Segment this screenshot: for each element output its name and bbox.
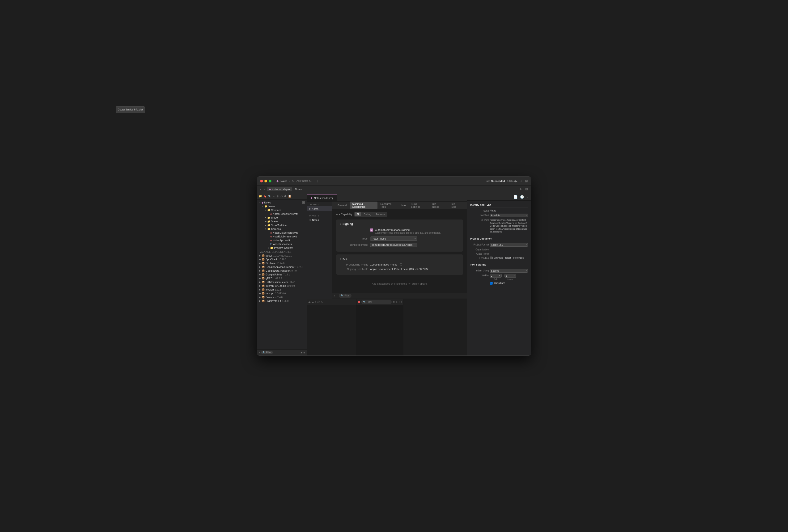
tab-build-settings[interactable]: Build Settings xyxy=(409,201,428,209)
auto-manage-checkbox[interactable]: ✓ xyxy=(370,229,373,232)
sidebar-item-assets[interactable]: ⬡ Assets.xcassets xyxy=(257,242,307,246)
tab-general[interactable]: General xyxy=(335,203,349,208)
sidebar-history-btn[interactable]: ⊟ xyxy=(303,351,305,354)
sidebar-item-pkg-appcheck[interactable]: ▶ 📦 AppCheck 10.19.0 xyxy=(257,257,307,261)
file-tooltip: GoogleService-Info.plist xyxy=(116,106,145,113)
insp-indent-using-dropdown[interactable]: Spaces ▾ xyxy=(490,269,528,273)
sidebar-search-btn[interactable]: 🔍 xyxy=(268,195,272,198)
close-button[interactable] xyxy=(260,180,263,182)
signing-cert-row: Signing Certificate Apple Development: P… xyxy=(340,268,459,271)
bm-delete[interactable]: 🗑 xyxy=(393,301,395,303)
sidebar-item-pkg-abseil[interactable]: ▶ 📦 abseil 1.20240116011.1 xyxy=(257,254,307,257)
sidebar-item-notes-root[interactable]: ▾ ◆ Notes M xyxy=(257,201,307,204)
prov-info-icon[interactable]: ⓘ xyxy=(400,263,402,266)
sidebar-warning-btn[interactable]: ⚠ xyxy=(273,195,275,198)
sidebar-filter-pill[interactable]: 🔍 Filter xyxy=(261,351,273,354)
insp-indent-stepper[interactable]: ⬆ xyxy=(513,275,515,277)
insp-help-btn[interactable]: ? xyxy=(527,195,528,199)
forward-button[interactable]: › xyxy=(263,187,266,192)
sidebar-toggle-button[interactable]: ☰ xyxy=(273,179,276,183)
insp-projformat-dropdown[interactable]: Xcode 14.0 ▾ xyxy=(490,243,528,247)
cap-add-btn[interactable]: + xyxy=(334,294,335,297)
insp-tab-field[interactable]: 2 ⬆ xyxy=(490,274,501,278)
bl-options[interactable]: ▾ xyxy=(315,300,316,303)
insp-indent-field[interactable]: 2 ⬆ xyxy=(505,274,516,278)
ftab-release[interactable]: Release xyxy=(374,212,387,216)
zoom-button[interactable] xyxy=(269,180,272,182)
sidebar-report-btn[interactable]: 📋 xyxy=(288,195,291,198)
breadcrumb-file[interactable]: ◆ Notes.xcodeproj xyxy=(267,187,293,191)
sidebar-options-btn[interactable]: ⊞ xyxy=(300,351,302,354)
sidebar-item-viewmodifiers[interactable]: ▶ 📁 ViewModifiers xyxy=(257,223,307,227)
insp-history-btn[interactable]: 🕐 xyxy=(520,195,524,199)
breadcrumb-sep: › xyxy=(293,188,294,191)
tab-build-rules[interactable]: Build Rules xyxy=(447,201,464,209)
sidebar-item-pkg-leveldb[interactable]: ▶ 📦 leveldb 1.22.5 xyxy=(257,288,307,292)
bm-err[interactable]: ⬡ xyxy=(396,300,398,303)
cap-remove-btn[interactable]: − xyxy=(336,294,338,297)
sidebar-item-pkg-grpc[interactable]: ▶ 📦 gRPC 1.62.2.2 xyxy=(257,276,307,280)
sidebar-item-model[interactable]: ▶ 📁 Model xyxy=(257,216,307,219)
sidebar-item-pkg-googleappmeasurement[interactable]: ▶ 📦 GoogleAppMeasurement 10.24.0 xyxy=(257,265,307,269)
bm-warn[interactable]: ⬡ xyxy=(399,300,402,303)
sidebar-item-pkg-promises[interactable]: ▶ 📦 Promises 2.4.0 xyxy=(257,295,307,299)
sidebar-item-preview[interactable]: ▶ 📁 Preview Content xyxy=(257,246,307,250)
sidebar-folder-btn[interactable]: 📁 xyxy=(259,195,262,198)
sidebar-item-pkg-googleutilities[interactable]: ▶ 📦 GoogleUtilities 7.13.1 xyxy=(257,273,307,276)
middle-filter[interactable]: 🔍 Filter xyxy=(361,300,392,304)
insp-tab-stepper[interactable]: ⬆ xyxy=(498,275,500,277)
sidebar-breakpoint-btn[interactable]: ⬢ xyxy=(284,195,287,198)
insp-encoding-checkbox[interactable] xyxy=(490,257,493,259)
sidebar-item-services[interactable]: ▾ 📁 Services xyxy=(257,208,307,212)
tab-notes-xcodeproj[interactable]: ◆ Notes.xcodeproj xyxy=(307,194,337,201)
minimize-button[interactable] xyxy=(264,180,267,182)
insp-location-dropdown[interactable]: Absolute ▾ xyxy=(490,214,528,217)
arrow-googleappmeasurement: ▶ xyxy=(258,265,261,269)
sidebar-item-views[interactable]: ▶ 📁 Views xyxy=(257,219,307,223)
bl-info[interactable]: ⓘ xyxy=(317,300,320,304)
tab-signing[interactable]: Signing & Capabilities xyxy=(350,201,377,209)
insp-encoding-row: Encoding Minimize Project References xyxy=(470,257,528,259)
sidebar-item-pkg-gtmsessionfetcher[interactable]: ▶ 📦 GTMSessionFetcher 3.4.1 xyxy=(257,280,307,284)
signing-cert-value: Apple Development: Peter Friese (GB8JX7T… xyxy=(370,268,428,271)
sidebar-item-pkg-googledatatransport[interactable]: ▶ 📦 GoogleDataTransport 9.4.0 xyxy=(257,269,307,273)
sidebar-item-screens[interactable]: ▾ 📁 Screens xyxy=(257,227,307,231)
team-dropdown[interactable]: Peter Friese ▾ xyxy=(370,236,417,241)
back-button[interactable]: ‹ xyxy=(259,187,262,192)
sidebar-item-pkg-firebase[interactable]: ▶ 📦 Firebase 10.24.0 xyxy=(257,261,307,265)
team-dropdown-arrow: ▾ xyxy=(415,237,416,240)
ftab-all[interactable]: All xyxy=(355,212,361,216)
sidebar-item-notesapp[interactable]: ◈ NotesApp.swift xyxy=(257,238,307,242)
run-button[interactable]: ▶ xyxy=(515,179,517,183)
ftab-debug[interactable]: Debug xyxy=(362,212,373,216)
inspector-toggle-button[interactable]: ⊡ xyxy=(524,187,529,192)
signing-collapse-header[interactable]: ▾ Signing xyxy=(340,222,459,225)
insp-file-btn[interactable]: 📄 xyxy=(514,195,518,199)
tab-resource[interactable]: Resource Tags xyxy=(378,201,398,209)
pnav-target-item[interactable]: ◎ Notes xyxy=(307,217,332,222)
bundle-id-value[interactable]: com.google.firebase.codelab.Notes xyxy=(370,243,417,247)
ios-collapse-header[interactable]: ▾ iOS xyxy=(340,257,459,260)
layout-button[interactable]: ⊞ xyxy=(525,179,528,183)
sidebar-bookmark-btn[interactable]: 🔖 xyxy=(263,195,267,198)
tab-label: Notes.xcodeproj xyxy=(314,197,333,199)
cap-filter[interactable]: 🔍 Filter xyxy=(339,294,352,298)
sidebar-test-btn[interactable]: ◎ xyxy=(277,195,279,198)
insp-wrap-checkbox[interactable]: ✓ xyxy=(490,282,493,284)
pnav-project-item[interactable]: ◆ Notes xyxy=(307,206,332,211)
sidebar-item-pkg-nanopb[interactable]: ▶ 📦 nanopb 2.30910.0 xyxy=(257,292,307,295)
add-button[interactable]: + xyxy=(520,179,522,183)
sidebar-item-notes-group[interactable]: ▾ 📁 Notes xyxy=(257,204,307,208)
sidebar-debug-btn[interactable]: ⬡ xyxy=(280,195,283,198)
bl-warning[interactable]: ⚠ xyxy=(320,300,323,303)
tab-build-phases[interactable]: Build Phases xyxy=(428,201,447,209)
sidebar-item-pkg-swiftprotobuf[interactable]: ▶ 📦 SwiftProtobuf 1.26.0 xyxy=(257,299,307,303)
add-file-button[interactable]: + xyxy=(259,351,260,354)
sidebar-item-notesrepo[interactable]: ◈ NotesRepository.swift xyxy=(257,212,307,216)
refresh-button[interactable]: ↻ xyxy=(519,187,524,192)
sidebar-item-noteedit[interactable]: ◈ NoteEditScreen.swift xyxy=(257,235,307,238)
add-capability-button[interactable]: + + Capability xyxy=(336,213,352,216)
sidebar-item-pkg-interopforgoogle[interactable]: ▶ 📦 InteropForGoogle 100.0.0 xyxy=(257,284,307,288)
sidebar-item-noteslist[interactable]: ◈ NotesListScreen.swift xyxy=(257,231,307,235)
tab-info[interactable]: Info xyxy=(399,203,408,208)
